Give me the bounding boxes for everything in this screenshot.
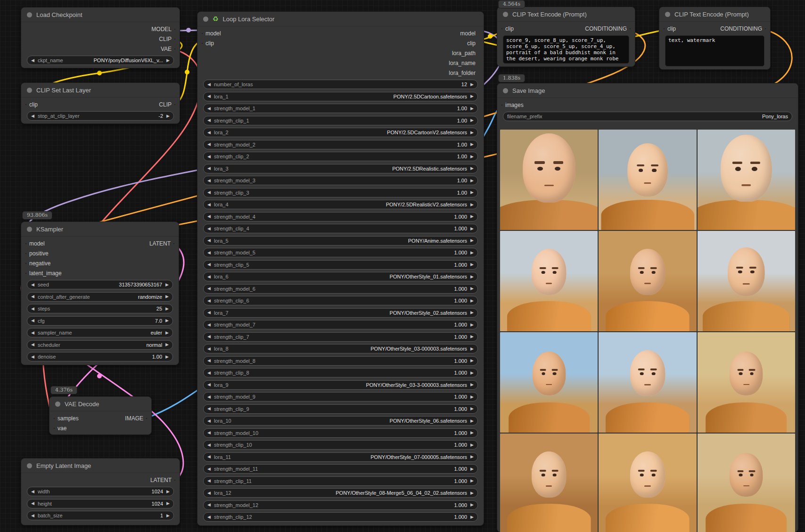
decrement-arrow-icon[interactable]: ◀ xyxy=(207,251,211,255)
widget-batch_size[interactable]: ◀batch_size1▶ xyxy=(27,511,174,520)
increment-arrow-icon[interactable]: ▶ xyxy=(470,203,474,207)
widget-strength_model_8[interactable]: ◀strength_model_81.000▶ xyxy=(203,356,478,366)
widget-cfg[interactable]: ◀cfg7.0▶ xyxy=(27,316,173,326)
widget-ckpt_name[interactable]: ◀ckpt_namePONY/ponyDiffusionV6XL_v...▶ xyxy=(27,56,174,65)
widget-denoise[interactable]: ◀denoise1.00▶ xyxy=(27,352,173,361)
decrement-arrow-icon[interactable]: ◀ xyxy=(207,515,211,519)
decrement-arrow-icon[interactable]: ◀ xyxy=(207,286,211,291)
increment-arrow-icon[interactable]: ▶ xyxy=(470,431,474,435)
prompt-textarea[interactable]: text, watermark xyxy=(665,35,764,66)
widget-height[interactable]: ◀height1024▶ xyxy=(27,499,174,508)
widget-lora_5[interactable]: ◀lora_5PONY/Anime.safetensors▶ xyxy=(203,236,478,246)
decrement-arrow-icon[interactable]: ◀ xyxy=(207,262,211,267)
widget-strength_clip_12[interactable]: ◀strength_clip_121.000▶ xyxy=(203,512,478,522)
increment-arrow-icon[interactable]: ▶ xyxy=(470,179,474,183)
decrement-arrow-icon[interactable]: ◀ xyxy=(207,347,211,351)
increment-arrow-icon[interactable]: ▶ xyxy=(470,118,474,123)
node-header[interactable]: CLIP Set Last Layer xyxy=(21,83,180,98)
widget-strength_clip_4[interactable]: ◀strength_clip_41.000▶ xyxy=(203,224,478,233)
decrement-arrow-icon[interactable]: ◀ xyxy=(207,166,211,171)
widget-filename_prefix[interactable]: filename_prefixPony_loras xyxy=(503,112,792,121)
increment-arrow-icon[interactable]: ▶ xyxy=(470,214,474,219)
widget-strength_clip_6[interactable]: ◀strength_clip_61.000▶ xyxy=(203,296,478,305)
decrement-arrow-icon[interactable]: ◀ xyxy=(207,443,211,447)
decrement-arrow-icon[interactable]: ◀ xyxy=(207,323,211,327)
decrement-arrow-icon[interactable]: ◀ xyxy=(207,227,211,231)
collapse-dot-icon[interactable] xyxy=(27,88,32,93)
node-loop-lora-selector[interactable]: ♻ Loop Lora Selector model clip model cl… xyxy=(197,11,484,526)
increment-arrow-icon[interactable]: ▶ xyxy=(470,371,474,375)
node-clip-text-encode-positive[interactable]: 4.564s CLIP Text Encode (Prompt) clip CO… xyxy=(497,7,635,67)
increment-arrow-icon[interactable]: ▶ xyxy=(470,227,474,231)
increment-arrow-icon[interactable]: ▶ xyxy=(166,514,170,518)
increment-arrow-icon[interactable]: ▶ xyxy=(165,295,169,299)
increment-arrow-icon[interactable]: ▶ xyxy=(470,94,474,98)
widget-strength_model_5[interactable]: ◀strength_model_51.000▶ xyxy=(203,248,478,257)
widget-strength_clip_7[interactable]: ◀strength_clip_71.000▶ xyxy=(203,332,478,342)
increment-arrow-icon[interactable]: ▶ xyxy=(470,467,474,471)
increment-arrow-icon[interactable]: ▶ xyxy=(470,323,474,327)
decrement-arrow-icon[interactable]: ◀ xyxy=(207,491,211,495)
decrement-arrow-icon[interactable]: ◀ xyxy=(31,114,34,118)
widget-lora_9[interactable]: ◀lora_9PONY/OtherStyle_03-3-000003.safet… xyxy=(203,380,478,390)
decrement-arrow-icon[interactable]: ◀ xyxy=(31,58,34,63)
decrement-arrow-icon[interactable]: ◀ xyxy=(207,275,211,279)
increment-arrow-icon[interactable]: ▶ xyxy=(470,455,474,459)
prompt-textarea[interactable]: score_9, score_8_up, score_7_up, score_6… xyxy=(503,35,629,64)
increment-arrow-icon[interactable]: ▶ xyxy=(165,343,169,347)
widget-strength_clip_8[interactable]: ◀strength_clip_81.000▶ xyxy=(203,368,478,377)
node-header[interactable]: VAE Decode xyxy=(49,397,151,411)
decrement-arrow-icon[interactable]: ◀ xyxy=(207,203,211,207)
increment-arrow-icon[interactable]: ▶ xyxy=(470,299,474,303)
widget-lora_12[interactable]: ◀lora_12PONY/OtherStyle_08-Merge5_06_04_… xyxy=(203,488,478,498)
decrement-arrow-icon[interactable]: ◀ xyxy=(207,179,211,183)
node-header[interactable]: Save Image xyxy=(497,83,798,98)
decrement-arrow-icon[interactable]: ◀ xyxy=(31,514,34,518)
increment-arrow-icon[interactable]: ▶ xyxy=(166,58,170,63)
widget-strength_clip_2[interactable]: ◀strength_clip_21.00▶ xyxy=(203,152,478,161)
decrement-arrow-icon[interactable]: ◀ xyxy=(31,343,34,347)
widget-lora_10[interactable]: ◀lora_10PONY/OtherStyle_06.safetensors▶ xyxy=(203,416,478,426)
widget-strength_model_2[interactable]: ◀strength_model_21.00▶ xyxy=(203,140,478,149)
decrement-arrow-icon[interactable]: ◀ xyxy=(207,407,211,411)
decrement-arrow-icon[interactable]: ◀ xyxy=(207,455,211,459)
widget-strength_clip_1[interactable]: ◀strength_clip_11.00▶ xyxy=(203,116,478,125)
decrement-arrow-icon[interactable]: ◀ xyxy=(207,359,211,363)
decrement-arrow-icon[interactable]: ◀ xyxy=(207,118,211,123)
decrement-arrow-icon[interactable]: ◀ xyxy=(207,106,211,111)
decrement-arrow-icon[interactable]: ◀ xyxy=(31,307,34,311)
widget-strength_clip_3[interactable]: ◀strength_clip_31.00▶ xyxy=(203,188,478,197)
node-vae-decode[interactable]: 4.376s VAE Decode samples IMAGE vae xyxy=(49,396,152,435)
increment-arrow-icon[interactable]: ▶ xyxy=(470,335,474,339)
node-header[interactable]: ♻ Loop Lora Selector xyxy=(197,12,484,26)
node-ksampler[interactable]: 93.806s KSampler model LATENT positive n… xyxy=(21,221,179,365)
widget-strength_model_6[interactable]: ◀strength_model_61.000▶ xyxy=(203,284,478,294)
increment-arrow-icon[interactable]: ▶ xyxy=(470,106,474,111)
increment-arrow-icon[interactable]: ▶ xyxy=(470,443,474,447)
increment-arrow-icon[interactable]: ▶ xyxy=(470,275,474,279)
widget-lora_8[interactable]: ◀lora_8PONY/OtherStyle_03-000003.safeten… xyxy=(203,344,478,353)
increment-arrow-icon[interactable]: ▶ xyxy=(165,319,169,323)
widget-lora_1[interactable]: ◀lora_1PONY/2.5DCartoon.safetensors▶ xyxy=(203,92,478,101)
increment-arrow-icon[interactable]: ▶ xyxy=(470,503,474,507)
increment-arrow-icon[interactable]: ▶ xyxy=(470,238,474,243)
decrement-arrow-icon[interactable]: ◀ xyxy=(207,299,211,303)
widget-strength_model_9[interactable]: ◀strength_model_91.000▶ xyxy=(203,392,478,401)
widget-lora_3[interactable]: ◀lora_3PONY/2.5DRealistic.safetensors▶ xyxy=(203,164,478,173)
node-header[interactable]: CLIP Text Encode (Prompt) xyxy=(659,7,770,22)
collapse-dot-icon[interactable] xyxy=(27,463,32,468)
increment-arrow-icon[interactable]: ▶ xyxy=(166,501,170,506)
increment-arrow-icon[interactable]: ▶ xyxy=(470,311,474,315)
decrement-arrow-icon[interactable]: ◀ xyxy=(207,383,211,387)
widget-lora_2[interactable]: ◀lora_2PONY/2.5DCartoonV2.safetensors▶ xyxy=(203,128,478,137)
collapse-dot-icon[interactable] xyxy=(27,227,32,232)
increment-arrow-icon[interactable]: ▶ xyxy=(470,286,474,291)
node-header[interactable]: Empty Latent Image xyxy=(21,458,180,473)
decrement-arrow-icon[interactable]: ◀ xyxy=(207,431,211,435)
increment-arrow-icon[interactable]: ▶ xyxy=(165,307,169,311)
widget-scheduler[interactable]: ◀schedulernormal▶ xyxy=(27,340,173,350)
decrement-arrow-icon[interactable]: ◀ xyxy=(207,479,211,483)
decrement-arrow-icon[interactable]: ◀ xyxy=(207,371,211,375)
widget-strength_clip_11[interactable]: ◀strength_clip_111.000▶ xyxy=(203,476,478,486)
increment-arrow-icon[interactable]: ▶ xyxy=(470,190,474,195)
